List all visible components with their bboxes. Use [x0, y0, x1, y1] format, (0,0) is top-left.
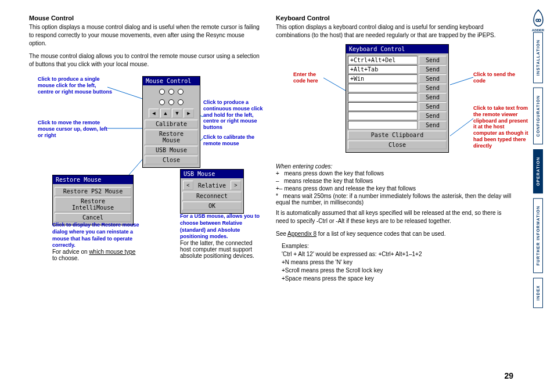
- mouse-para1: This option displays a mouse control dia…: [29, 23, 261, 48]
- anno-single-click: Click to produce a single mouse click fo…: [38, 76, 113, 95]
- page-number: 29: [504, 371, 513, 380]
- kb-row: Send: [348, 84, 447, 92]
- kb-code-input[interactable]: +Win: [348, 74, 418, 83]
- anno-restore-info: Click to display the Restore mouse dialo…: [52, 221, 139, 261]
- nav-operation[interactable]: OPERATION: [533, 149, 543, 193]
- kb-send-button[interactable]: Send: [419, 112, 447, 120]
- arrow-up-icon[interactable]: ▲: [160, 109, 171, 118]
- restore-dialog-title: Restore Mouse: [53, 175, 133, 184]
- kb-row: Send: [348, 112, 447, 120]
- usb-left-icon[interactable]: <: [183, 181, 193, 190]
- close-button[interactable]: Close: [145, 156, 198, 164]
- kb-close-button[interactable]: Close: [348, 141, 447, 149]
- kb-code-input[interactable]: [348, 93, 418, 102]
- usb-ok-button[interactable]: OK: [182, 202, 242, 210]
- code-minus: – means release the key that follows: [276, 177, 513, 185]
- arrow-row[interactable]: ◄▲▼►: [145, 108, 198, 118]
- usb-mouse-dialog: USB Mouse < Relative > Reconnect OK: [180, 169, 244, 214]
- example-2: +N means press the 'N' key: [282, 259, 513, 265]
- calibrate-button[interactable]: Calibrate: [145, 120, 198, 128]
- example-3: +Scroll means press the Scroll lock key: [282, 267, 513, 274]
- code-star: * means wait 250ms (note: if a number im…: [276, 192, 513, 206]
- reconnect-button[interactable]: Reconnect: [182, 192, 242, 200]
- arrow-left-icon[interactable]: ◄: [149, 109, 159, 118]
- kb-send-button[interactable]: Send: [419, 93, 447, 102]
- mouse-para2: The mouse control dialog allows you to c…: [29, 52, 261, 69]
- continuous-click-row[interactable]: [145, 98, 198, 108]
- kb-send-button[interactable]: Send: [419, 102, 447, 111]
- examples-heading: Examples:: [282, 243, 513, 249]
- kb-row: Send: [348, 121, 447, 130]
- kb-row: Send: [348, 93, 447, 102]
- keyboard-control-dialog: Keyboard Control +Ctrl+Alt+DelSend+Alt+T…: [346, 44, 449, 153]
- nav-configuration[interactable]: CONFIGURATION: [533, 88, 543, 145]
- paste-clipboard-button[interactable]: Paste Clipboard: [348, 131, 447, 139]
- kb-send-button[interactable]: Send: [419, 65, 447, 74]
- kb-code-input[interactable]: [348, 84, 418, 92]
- kb-row: +Alt+TabSend: [348, 65, 447, 74]
- kb-send-button[interactable]: Send: [419, 56, 447, 64]
- kb-row: +WinSend: [348, 74, 447, 83]
- usb-right-icon[interactable]: >: [231, 181, 241, 190]
- kb-para1: This option displays a keyboard control …: [276, 23, 513, 39]
- kb-code-input[interactable]: [348, 112, 418, 120]
- kb-send-button[interactable]: Send: [419, 84, 447, 92]
- usb-mouse-button[interactable]: USB Mouse: [145, 146, 198, 154]
- example-1: 'Ctrl + Alt 12' would be expressed as: +…: [282, 251, 513, 257]
- restore-intelli-button[interactable]: Restore IntelliMouse: [55, 197, 131, 212]
- restore-cancel-button[interactable]: Cancel: [55, 213, 131, 222]
- code-plusminus: +– means press down and release the key …: [276, 185, 513, 192]
- kb-send-button[interactable]: Send: [419, 121, 447, 130]
- anno-paste-info: Click to take text from the remote viewe…: [473, 105, 528, 149]
- single-click-row[interactable]: [145, 87, 198, 98]
- mouse-dialog-title: Mouse Control: [143, 77, 200, 85]
- anno-calibrate: Click to calibrate the remote mouse: [203, 134, 267, 147]
- adder-logo: ADDER: [529, 9, 548, 27]
- anno-continuous-click: Click to produce a continuous mouse clic…: [203, 99, 267, 131]
- arrow-down-icon[interactable]: ▼: [172, 109, 182, 118]
- anno-usb-info: For a USB mouse, allows you to choose be…: [180, 213, 261, 259]
- kb-code-input[interactable]: +Ctrl+Alt+Del: [348, 56, 418, 64]
- sidebar-nav: ADDER INSTALLATION CONFIGURATION OPERATI…: [522, 0, 554, 392]
- mouse-control-dialog: Mouse Control ◄▲▼► Calibrate Restore Mou…: [142, 76, 200, 168]
- nav-installation[interactable]: INSTALLATION: [533, 32, 543, 83]
- svg-line-6: [450, 77, 473, 85]
- usb-mode-value: Relative: [194, 182, 230, 189]
- mouse-control-heading: Mouse Control: [29, 15, 261, 21]
- kb-dialog-title: Keyboard Control: [346, 45, 448, 53]
- nav-index[interactable]: INDEX: [533, 278, 543, 308]
- nav-further-info[interactable]: FURTHER INFORMATION: [533, 198, 543, 273]
- kb-send-button[interactable]: Send: [419, 74, 447, 83]
- auto-release: It is automatically assumed that all key…: [276, 209, 513, 225]
- kb-code-input[interactable]: +Alt+Tab: [348, 65, 418, 74]
- appendix-link[interactable]: Appendix 8: [287, 231, 316, 237]
- see-appendix: See Appendix 8 for a list of key sequenc…: [276, 230, 513, 238]
- restore-ps2-button[interactable]: Restore PS2 Mouse: [55, 187, 131, 196]
- restore-mouse-button[interactable]: Restore Mouse: [145, 130, 198, 145]
- svg-line-5: [323, 78, 346, 91]
- anno-click-send: Click to send the code: [473, 71, 517, 84]
- kb-row: +Ctrl+Alt+DelSend: [348, 56, 447, 64]
- code-plus: + means press down the key that follows: [276, 170, 513, 177]
- usb-dialog-title: USB Mouse: [181, 170, 243, 178]
- example-4: +Space means press the space key: [282, 275, 513, 282]
- keyboard-control-heading: Keyboard Control: [276, 15, 513, 21]
- restore-mouse-dialog: Restore Mouse Restore PS2 Mouse Restore …: [52, 175, 134, 225]
- arrow-right-icon[interactable]: ►: [184, 109, 194, 118]
- svg-line-7: [450, 118, 473, 136]
- kb-row: Send: [348, 102, 447, 111]
- which-mouse-link[interactable]: which mouse type: [89, 249, 135, 255]
- anno-enter-code: Enter the code here: [293, 71, 325, 84]
- kb-code-input[interactable]: [348, 102, 418, 111]
- kb-code-input[interactable]: [348, 121, 418, 130]
- codes-heading: When entering codes:: [276, 163, 513, 170]
- anno-move-cursor: Click to move the remote mouse cursor up…: [38, 120, 113, 138]
